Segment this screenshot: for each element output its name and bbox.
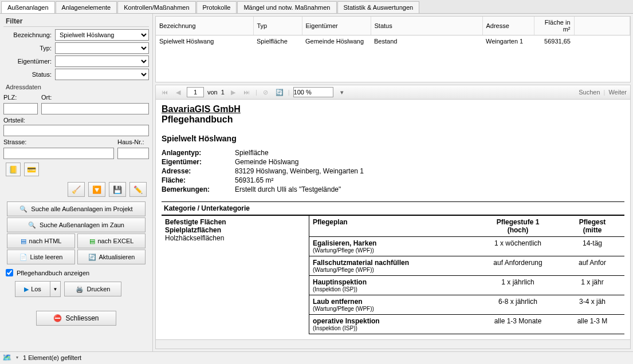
horizontal-scrollbar[interactable] bbox=[156, 339, 630, 349]
right-panel: Bezeichnung Typ Eigentümer Status Adress… bbox=[153, 14, 633, 351]
back-icon[interactable]: ⊘ bbox=[261, 87, 271, 97]
input-ortsteil[interactable] bbox=[3, 125, 149, 136]
tab-protokolle[interactable]: Protokolle bbox=[196, 1, 237, 13]
first-page-icon[interactable]: ⏮ bbox=[159, 87, 170, 97]
col-eigentuemer[interactable]: Eigentümer bbox=[302, 17, 371, 35]
close-icon: ⛔ bbox=[53, 314, 62, 322]
filter-apply-icon[interactable]: 🔽 bbox=[88, 182, 105, 197]
prev-page-icon[interactable]: ◀ bbox=[173, 87, 183, 97]
input-hausnr[interactable] bbox=[117, 148, 149, 159]
select-status[interactable] bbox=[55, 69, 149, 80]
find-next-link[interactable]: Weiter bbox=[608, 89, 627, 96]
table-row[interactable]: Spielwelt HöslwangSpielflächeGemeinde Hö… bbox=[156, 35, 630, 48]
status-dropdown-icon[interactable]: ▾ bbox=[16, 355, 18, 360]
report-row: Fallschutzmaterial nachfüllen(Wartung/Pf… bbox=[309, 256, 624, 276]
play-icon: ▶ bbox=[24, 286, 29, 293]
col-pflegeplan: Pflegeplan bbox=[313, 218, 472, 234]
card-icon[interactable]: 💳 bbox=[24, 163, 39, 176]
close-button[interactable]: ⛔Schliessen bbox=[36, 311, 116, 326]
input-plz[interactable] bbox=[3, 103, 38, 114]
book-icon[interactable]: 📒 bbox=[6, 163, 21, 176]
col-pflegestufe2: Pflegest(mitte bbox=[564, 218, 621, 234]
label-typ: Typ: bbox=[3, 45, 55, 52]
los-button[interactable]: ▶Los bbox=[15, 282, 50, 296]
label-strasse: Strasse: bbox=[3, 137, 114, 147]
label-ortsteil: Ortsteil: bbox=[3, 116, 149, 125]
select-bezeichnung[interactable]: Spielwelt Höslwang bbox=[55, 29, 149, 41]
search-project-button[interactable]: 🔍Suche alle Außenanlagen im Projekt bbox=[7, 201, 146, 216]
report-company: BavariaGIS GmbH bbox=[162, 104, 624, 114]
report-toolbar: ⏮ ◀ von 1 ▶ ⏭ | ⊘ 🔄 | ▾ Suchen | Weiter bbox=[155, 85, 631, 100]
zoom-select[interactable] bbox=[293, 87, 333, 97]
status-bar: 🗺️ ▾ 1 Element(e) gefiltert bbox=[0, 351, 633, 363]
adressdaten-label: Adressdaten bbox=[6, 84, 149, 90]
refresh-icon: 🔄 bbox=[88, 254, 96, 261]
html-icon: ▤ bbox=[21, 238, 26, 245]
col-flaeche[interactable]: Fläche in m² bbox=[534, 17, 574, 35]
pflegehandbuch-checkbox[interactable] bbox=[6, 269, 13, 276]
tab-statistik[interactable]: Statistik & Auswertungen bbox=[337, 1, 420, 13]
status-icon: 🗺️ bbox=[2, 353, 11, 362]
report-row: Egalisieren, Harken(Wartung/Pflege (WPF)… bbox=[309, 237, 624, 256]
last-page-icon[interactable]: ⏭ bbox=[242, 87, 252, 97]
tab-maengel[interactable]: Mängel und notw. Maßnahmen bbox=[237, 1, 336, 13]
col-bezeichnung[interactable]: Bezeichnung bbox=[156, 17, 253, 35]
report-title: Pflegehandbuch bbox=[162, 114, 624, 125]
tab-kontrollen[interactable]: Kontrollen/Maßnahmen bbox=[117, 1, 195, 13]
page-of-label: von bbox=[207, 89, 218, 96]
report-kategorie-head: Kategorie / Unterkategorie bbox=[162, 201, 624, 215]
report-object-name: Spielwelt Höslwang bbox=[162, 134, 624, 143]
search-icon: 🔍 bbox=[19, 205, 27, 213]
label-status: Status: bbox=[3, 71, 55, 78]
report-row: operative Inspektion(Inspektion (ISP))al… bbox=[309, 315, 624, 334]
filter-title: Filter bbox=[3, 16, 149, 27]
find-link[interactable]: Suchen bbox=[579, 89, 600, 96]
col-pflegestufe1: Pflegestufe 1(hoch) bbox=[472, 218, 564, 234]
search-icon: 🔍 bbox=[28, 221, 36, 229]
results-grid[interactable]: Bezeichnung Typ Eigentümer Status Adress… bbox=[155, 16, 631, 82]
los-dropdown[interactable]: ▼ bbox=[50, 282, 60, 296]
excel-icon: ▤ bbox=[89, 238, 95, 245]
tab-aussenanlagen[interactable]: Außenanlagen bbox=[1, 1, 55, 13]
printer-icon: 🖨️ bbox=[76, 286, 84, 293]
filter-clear-icon[interactable]: 🧹 bbox=[68, 182, 85, 197]
input-ort[interactable] bbox=[41, 103, 149, 114]
col-typ[interactable]: Typ bbox=[253, 17, 302, 35]
page-total: 1 bbox=[221, 89, 225, 96]
page-icon: 📄 bbox=[19, 254, 27, 261]
export-html-button[interactable]: ▤nach HTML bbox=[7, 234, 75, 248]
report-area[interactable]: BavariaGIS GmbH Pflegehandbuch Spielwelt… bbox=[155, 100, 631, 349]
status-text: 1 Element(e) gefiltert bbox=[23, 354, 81, 361]
col-adresse[interactable]: Adresse bbox=[482, 17, 534, 35]
label-bezeichnung: Bezeichnung: bbox=[3, 31, 55, 38]
clear-list-button[interactable]: 📄Liste leeren bbox=[7, 250, 75, 264]
save-icon[interactable]: 💾 bbox=[109, 182, 126, 197]
label-hausnr: Haus-Nr.: bbox=[117, 137, 149, 147]
label-plz: PLZ: bbox=[3, 93, 38, 102]
page-input[interactable] bbox=[187, 87, 204, 97]
label-eigentuemer: Eigentümer: bbox=[3, 58, 55, 65]
report-row: Hauptinspektion(Inspektion (ISP))1 x jäh… bbox=[309, 276, 624, 295]
zoom-dropdown-icon[interactable]: ▾ bbox=[337, 87, 347, 97]
print-button[interactable]: 🖨️Drucken bbox=[64, 282, 121, 296]
tab-bar: Außenanlagen Anlagenelemente Kontrollen/… bbox=[0, 0, 633, 14]
select-eigentuemer[interactable] bbox=[55, 56, 149, 67]
col-status[interactable]: Status bbox=[371, 17, 482, 35]
refresh-button[interactable]: 🔄Aktualisieren bbox=[77, 250, 146, 264]
search-zaun-button[interactable]: 🔍Suche Außenanlagen im Zaun bbox=[7, 217, 146, 232]
report-left-column: Befestigte Flächen Spielplatzflächen Hol… bbox=[162, 216, 309, 334]
reload-icon[interactable]: 🔄 bbox=[274, 87, 285, 97]
edit-icon[interactable]: ✏️ bbox=[129, 182, 147, 197]
select-typ[interactable] bbox=[55, 42, 149, 54]
pflegehandbuch-label: Pflegehandbuch anzeigen bbox=[17, 270, 89, 276]
input-strasse[interactable] bbox=[3, 148, 114, 159]
export-excel-button[interactable]: ▤nach EXCEL bbox=[77, 234, 146, 248]
filter-panel: Filter Bezeichnung: Spielwelt Höslwang T… bbox=[0, 14, 153, 351]
tab-anlagenelemente[interactable]: Anlagenelemente bbox=[56, 1, 117, 13]
report-row: Laub entfernen(Wartung/Pflege (WPF))6-8 … bbox=[309, 295, 624, 315]
label-ort: Ort: bbox=[41, 93, 149, 102]
next-page-icon[interactable]: ▶ bbox=[228, 87, 238, 97]
